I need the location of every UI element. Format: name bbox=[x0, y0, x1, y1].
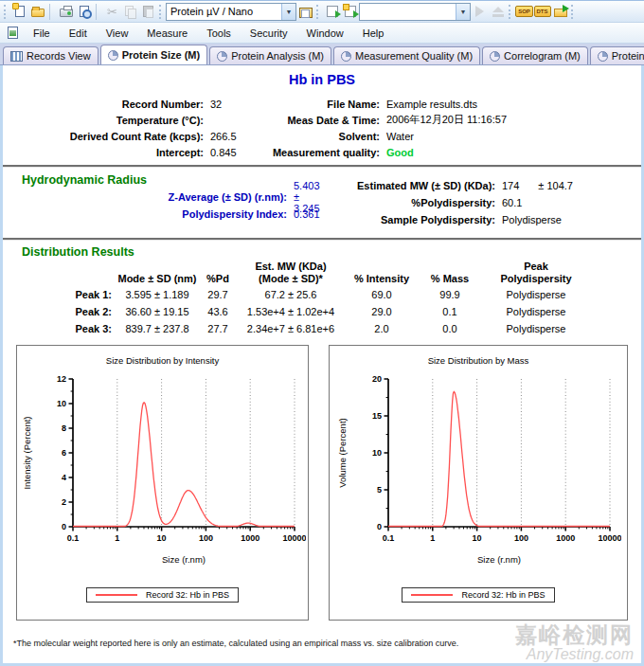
tab-correlogram[interactable]: Correlogram (M) bbox=[482, 46, 588, 64]
tab-measurement-quality[interactable]: Measurement Quality (M) bbox=[333, 46, 480, 64]
run-sop-button[interactable] bbox=[323, 3, 341, 20]
distribution-table: Mode ± SD (nm) %Pd Est. MW (KDa) (Mode ±… bbox=[16, 261, 593, 337]
measurement-type-value: Protein µV / Nano bbox=[170, 6, 253, 17]
section-heading: Hydrodynamic Radius bbox=[22, 173, 325, 187]
pdi-value: 0.361 bbox=[294, 208, 320, 220]
menu-help[interactable]: Help bbox=[353, 25, 394, 42]
tab-records-view[interactable]: Records View bbox=[3, 46, 98, 64]
peak-mass: 0.1 bbox=[420, 303, 479, 320]
svg-text:1000: 1000 bbox=[556, 533, 575, 543]
toolbar-grip[interactable] bbox=[4, 5, 8, 19]
menu-measure[interactable]: Measure bbox=[137, 25, 197, 42]
configuration-button[interactable] bbox=[296, 3, 314, 20]
svg-text:Size (r.nm): Size (r.nm) bbox=[162, 554, 206, 565]
footnote: *The molecular weight reported here is o… bbox=[13, 639, 458, 648]
derived-count-rate-value: 266.5 bbox=[210, 131, 237, 142]
menu-file[interactable]: File bbox=[24, 25, 60, 42]
run-manual-icon bbox=[345, 6, 356, 17]
new-document-icon bbox=[15, 6, 25, 17]
svg-text:100: 100 bbox=[198, 533, 212, 543]
peak-intensity: 69.0 bbox=[343, 286, 420, 303]
legend-label: Record 32: Hb in PBS bbox=[461, 590, 545, 600]
watermark-url: AnyTesting.com bbox=[515, 646, 634, 663]
dts-folder-icon: DTS bbox=[534, 6, 551, 17]
col-header-mw: Est. MW (KDa) (Mode ± SD)* bbox=[239, 261, 343, 286]
copy-button[interactable] bbox=[121, 3, 139, 20]
peak-label: Peak 1: bbox=[16, 286, 117, 303]
pct-polydispersity-value: 60.1 bbox=[502, 197, 522, 208]
peak-intensity: 29.0 bbox=[343, 303, 420, 320]
estimated-mw-label: Estimated MW (± SD) (KDa): bbox=[325, 180, 495, 191]
svg-text:12: 12 bbox=[56, 374, 65, 384]
new-document-button[interactable] bbox=[10, 3, 28, 20]
toolbar-grip[interactable] bbox=[316, 5, 320, 19]
eject-button[interactable] bbox=[489, 3, 507, 20]
record-number-value: 32 bbox=[210, 99, 222, 110]
export-folder-icon bbox=[554, 9, 567, 17]
report-page: Hb in PBS Record Number:32 Temperature (… bbox=[3, 65, 641, 663]
menu-edit[interactable]: Edit bbox=[60, 25, 97, 42]
main-toolbar: Protein µV / Nano ▼ ▼ SOP DTS bbox=[0, 1, 644, 23]
toolbar-grip[interactable] bbox=[509, 5, 512, 19]
chevron-down-icon[interactable]: ▼ bbox=[456, 4, 470, 20]
intensity-chart-box: Size Distribution by Intensity 0.1110100… bbox=[16, 345, 309, 621]
toolbar-grip[interactable] bbox=[159, 5, 163, 19]
menu-bar: File Edit View Measure Tools Security Wi… bbox=[0, 23, 644, 44]
svg-text:8: 8 bbox=[61, 423, 65, 433]
toolbar-grip[interactable] bbox=[571, 5, 575, 19]
print-button[interactable] bbox=[57, 3, 75, 20]
toolbar-separator bbox=[49, 4, 54, 20]
records-grid-icon bbox=[10, 51, 23, 62]
table-row-peak-3: Peak 3: 839.7 ± 237.8 27.7 2.34e+7 ± 6.8… bbox=[16, 320, 593, 337]
start-measurement-button[interactable] bbox=[471, 3, 489, 20]
tab-protein-analysis[interactable]: Protein Analysis (M) bbox=[209, 46, 331, 64]
paste-button[interactable] bbox=[139, 3, 157, 20]
chevron-down-icon[interactable]: ▼ bbox=[281, 4, 295, 20]
svg-text:20: 20 bbox=[372, 374, 382, 384]
open-file-button[interactable] bbox=[28, 3, 46, 20]
info-row: Meas Date & Time:2006年12月20日 11:16:57 bbox=[268, 112, 641, 128]
chart-legend: Record 32: Hb in PBS bbox=[86, 587, 239, 603]
svg-text:0: 0 bbox=[61, 522, 65, 531]
menu-window[interactable]: Window bbox=[297, 25, 353, 42]
hydro-right-column: Estimated MW (± SD) (KDa):174± 104.7 %Po… bbox=[325, 171, 641, 228]
peak-intensity: 2.0 bbox=[343, 320, 420, 337]
print-preview-button[interactable] bbox=[75, 3, 93, 20]
svg-text:0: 0 bbox=[377, 522, 382, 531]
run-manual-button[interactable] bbox=[341, 3, 359, 20]
intercept-label: Intercept: bbox=[3, 147, 204, 158]
mass-chart-box: Size Distribution by Mass 0.111010010001… bbox=[329, 345, 628, 621]
legend-label: Record 32: Hb in PBS bbox=[146, 590, 229, 600]
paste-icon bbox=[143, 6, 153, 17]
print-icon bbox=[60, 9, 73, 17]
tab-protein-size[interactable]: Protein Size (M) bbox=[100, 45, 208, 64]
cut-button[interactable] bbox=[103, 3, 121, 20]
app-window: Protein µV / Nano ▼ ▼ SOP DTS File Edit … bbox=[0, 0, 644, 666]
sop-folder-button[interactable]: SOP bbox=[515, 3, 533, 20]
peak-label: Peak 2: bbox=[16, 303, 117, 320]
measurement-type-combobox[interactable]: Protein µV / Nano ▼ bbox=[166, 3, 296, 21]
record-circle-icon bbox=[341, 51, 351, 62]
intensity-chart-svg: 0.1110100100010000024681012Size (r.nm)In… bbox=[20, 366, 306, 584]
hydro-left-column: Hydrodynamic Radius Z-Average (± SD) (r.… bbox=[3, 171, 325, 228]
record-circle-icon bbox=[217, 51, 227, 62]
record-info-left-column: Record Number:32 Temperature (°C): Deriv… bbox=[3, 96, 268, 160]
record-circle-icon bbox=[490, 51, 500, 62]
estimated-mw-value: 174 bbox=[502, 180, 519, 191]
export-folder-button[interactable] bbox=[551, 3, 569, 20]
svg-text:Size (r.nm): Size (r.nm) bbox=[477, 554, 521, 565]
chart-legend: Record 32: Hb in PBS bbox=[402, 587, 554, 603]
peak-mw: 67.2 ± 25.6 bbox=[239, 286, 343, 303]
peak-mode: 3.595 ± 1.189 bbox=[117, 286, 197, 303]
menu-security[interactable]: Security bbox=[241, 25, 297, 42]
tab-label: Protein Size (M) bbox=[122, 49, 201, 61]
tab-protein-wizard[interactable]: Protein Wizard (M) bbox=[590, 46, 644, 64]
col-header-mode: Mode ± SD (nm) bbox=[117, 261, 197, 286]
sample-polydispersity-value: Polydisperse bbox=[502, 214, 562, 225]
menu-view[interactable]: View bbox=[97, 25, 138, 42]
menu-tools[interactable]: Tools bbox=[197, 25, 241, 42]
estimated-mw-sd: ± 104.7 bbox=[538, 180, 573, 191]
sop-combobox[interactable]: ▼ bbox=[359, 3, 471, 21]
dts-folder-button[interactable]: DTS bbox=[533, 3, 551, 20]
watermark: 嘉峪检测网 AnyTesting.com bbox=[515, 623, 634, 663]
